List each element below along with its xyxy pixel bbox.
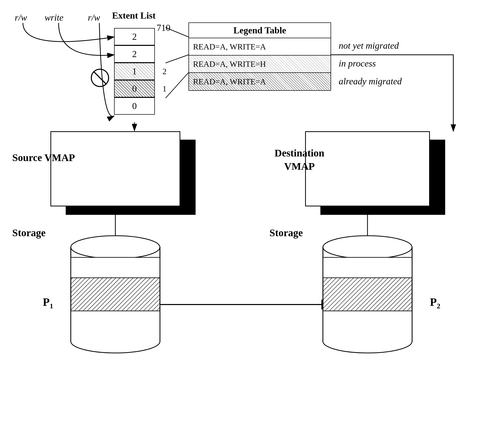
svg-point-22	[323, 236, 412, 259]
legend-row-1: READ=A, WRITE=A	[189, 38, 331, 56]
extent-list-label: Extent List	[112, 10, 156, 21]
p1-label: P1	[43, 296, 53, 310]
storage-label-left: Storage	[12, 227, 46, 239]
status-already-migrated: already migrated	[339, 76, 402, 87]
svg-rect-26	[323, 311, 412, 341]
svg-rect-15	[71, 311, 160, 341]
legend-row-2: READ=A, WRITE=H	[189, 56, 331, 73]
legend-row-3: READ=A, WRITE=A	[189, 73, 331, 90]
svg-rect-24	[323, 257, 412, 278]
svg-line-4	[166, 73, 188, 98]
svg-rect-14	[71, 278, 160, 311]
svg-point-11	[71, 236, 160, 259]
extent-box-2: 2	[114, 45, 155, 63]
svg-point-12	[71, 330, 160, 353]
legend-title: Legend Table	[189, 23, 331, 38]
extent-box-5: 0	[114, 97, 155, 115]
storage-label-right: Storage	[269, 227, 303, 239]
no-entry-symbol	[90, 68, 110, 87]
legend-table: Legend Table READ=A, WRITE=A READ=A, WRI…	[188, 22, 331, 91]
svg-rect-13	[71, 257, 160, 278]
extent-box-3: 1 2	[114, 63, 155, 80]
label-rw-right: r/w	[88, 12, 100, 23]
label-710: 710	[157, 22, 170, 33]
extent-box-4: 0 1	[114, 80, 155, 97]
svg-rect-21	[323, 247, 412, 341]
source-vmap-label: Source VMAP	[12, 152, 75, 164]
extent-list: 2 2 1 2 0 1 0	[114, 28, 155, 115]
label-write: write	[45, 12, 63, 23]
extent-box-1: 2	[114, 28, 155, 45]
svg-rect-10	[71, 247, 160, 341]
svg-point-23	[323, 330, 412, 353]
diagram-container: r/w write r/w Extent List 710 2 2 1 2 0 …	[0, 0, 504, 448]
status-in-process: in process	[339, 58, 376, 69]
svg-rect-25	[323, 278, 412, 311]
p2-label: P2	[430, 296, 440, 310]
status-not-yet: not yet migrated	[339, 40, 399, 51]
svg-line-3	[166, 55, 188, 63]
label-rw-left: r/w	[15, 12, 27, 23]
source-vmap-box	[50, 131, 180, 206]
dest-vmap-label: Destination VMAP	[275, 147, 324, 173]
